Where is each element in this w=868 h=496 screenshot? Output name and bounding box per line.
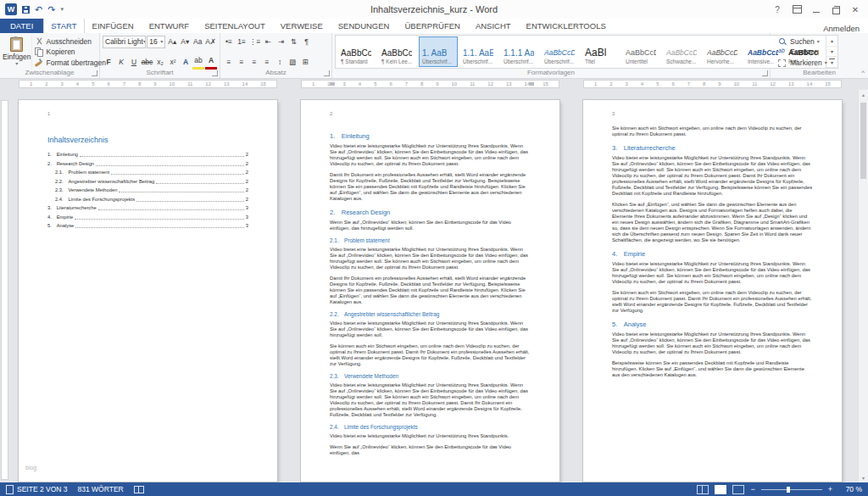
ribbon-tab[interactable]: ENTWURF xyxy=(142,18,198,33)
line-spacing-icon[interactable]: ↕ xyxy=(274,56,286,68)
multilevel-list-icon[interactable]: ⋮≡ xyxy=(248,36,261,47)
zoom-slider[interactable] xyxy=(761,489,822,490)
font-color-icon[interactable]: A xyxy=(205,55,217,70)
bullets-icon[interactable]: •≡ xyxy=(223,36,235,47)
style-card[interactable]: 1.1.1 Aa Überschrif... xyxy=(500,36,539,67)
chevron-down-icon: ▾ xyxy=(143,39,146,44)
decrease-indent-icon[interactable]: ⇤ xyxy=(262,36,274,47)
text-effects-icon[interactable]: A xyxy=(180,56,192,68)
ribbon-tab[interactable]: ANSICHT xyxy=(468,18,519,33)
clipboard-button[interactable]: Kopieren xyxy=(35,47,106,56)
justify-icon[interactable]: ≡ xyxy=(261,56,273,68)
align-center-icon[interactable]: ≡ xyxy=(236,56,248,68)
zoom-level[interactable]: 70 % xyxy=(838,485,862,493)
ribbon-tab[interactable]: ÜBERPRÜFEN xyxy=(397,18,467,33)
styles-group: AaBbCcDc ¶ Standard AaBbCcDc ¶ Kein Lee.… xyxy=(332,33,771,78)
bold-icon[interactable]: F xyxy=(103,56,114,68)
font-name-combo[interactable]: Calibri Light ▾ xyxy=(103,36,146,48)
indent-marker-right[interactable] xyxy=(529,82,534,86)
vertical-ruler[interactable] xyxy=(0,90,10,482)
editing-button[interactable]: Ersetzen xyxy=(778,47,827,56)
highlight-color-icon[interactable]: ab xyxy=(192,55,204,70)
help-button[interactable]: ? xyxy=(769,3,786,16)
italic-icon[interactable]: K xyxy=(115,56,127,68)
doc-toc: 3. Literaturrecherche3 xyxy=(47,205,248,211)
clipboard-button[interactable]: Ausschneiden xyxy=(35,37,106,46)
align-right-icon[interactable]: ≡ xyxy=(248,56,260,68)
superscript-icon[interactable]: x² xyxy=(167,56,179,68)
replace-icon xyxy=(778,47,787,56)
align-left-icon[interactable]: ≡ xyxy=(223,56,235,68)
ribbon-tab[interactable]: ENTWICKLERTOOLS xyxy=(519,18,614,33)
page-indicator[interactable]: SEITE 2 VON 3 xyxy=(6,485,68,494)
style-card[interactable]: 1.1. AaE Überschrif... xyxy=(459,36,498,67)
sign-in-link[interactable]: Anmelden xyxy=(823,24,868,33)
print-layout-button[interactable] xyxy=(715,485,726,494)
tab-datei[interactable]: DATEI xyxy=(0,19,43,33)
style-card[interactable]: AaBbCcD Untertitel xyxy=(622,36,661,67)
scroll-down-icon[interactable]: ▾ xyxy=(862,473,865,482)
paragraph-dialog-launcher-icon[interactable] xyxy=(324,70,330,76)
style-card[interactable]: AaBbCcDc ¶ Standard xyxy=(337,36,376,67)
style-card[interactable]: 1. AaB Überschrif... xyxy=(419,36,458,67)
underline-icon[interactable]: U xyxy=(128,56,140,68)
document-page[interactable]: 3Sie können auch ein Stichwort eingeben,… xyxy=(583,100,842,482)
restore-button[interactable] xyxy=(827,3,844,16)
increase-indent-icon[interactable]: ⇥ xyxy=(275,36,287,47)
style-card[interactable]: AaBl Titel xyxy=(581,36,620,67)
ribbon-tab[interactable]: EINFÜGEN xyxy=(85,18,142,33)
editing-button[interactable]: Suchen ▾ xyxy=(778,37,827,46)
vertical-scrollbar[interactable]: ▴ ▾ xyxy=(858,90,868,482)
editing-button[interactable]: Markieren ▾ xyxy=(778,59,827,67)
close-button[interactable]: ✕ xyxy=(847,3,864,16)
sort-icon[interactable]: ⇅ xyxy=(287,36,299,47)
clipboard-button[interactable]: Format übertragen xyxy=(35,59,106,67)
shrink-font-icon[interactable]: A▾ xyxy=(179,36,191,47)
collapse-ribbon-icon[interactable]: ^ xyxy=(861,69,865,76)
ribbon-tab[interactable]: SENDUNGEN xyxy=(331,18,398,33)
proofing-status[interactable] xyxy=(134,486,144,493)
clear-formatting-icon[interactable]: A✗ xyxy=(204,36,217,47)
borders-icon[interactable]: ⊞ xyxy=(299,56,311,68)
show-paragraph-marks-icon[interactable]: ¶ xyxy=(300,36,312,47)
scroll-up-icon[interactable]: ▴ xyxy=(862,90,865,99)
web-layout-button[interactable] xyxy=(732,485,744,494)
redo-icon[interactable]: ↷ xyxy=(47,5,55,14)
doc-toc: 4. Empirie3 xyxy=(47,215,248,220)
subscript-icon[interactable]: x₂ xyxy=(154,56,166,68)
style-card[interactable]: AaBbCcDt Hervorhe... xyxy=(704,36,743,67)
word-count[interactable]: 831 WÖRTER xyxy=(78,485,124,493)
grow-font-icon[interactable]: A▴ xyxy=(166,36,178,47)
document-page[interactable]: 21. EinleitungVideo bietet eine leistung… xyxy=(301,100,559,482)
zoom-in-button[interactable]: + xyxy=(828,486,832,493)
styles-dialog-launcher-icon[interactable] xyxy=(762,70,768,76)
strikethrough-icon[interactable]: abc xyxy=(141,56,153,68)
ribbon-display-options-button[interactable] xyxy=(788,3,805,16)
doc-p: Video bietet eine leistungsstarke Möglic… xyxy=(612,332,813,355)
change-case-icon[interactable]: Aa xyxy=(192,36,203,47)
undo-icon[interactable]: ↶ xyxy=(35,5,42,14)
ribbon-tab[interactable]: VERWEISE xyxy=(273,18,331,33)
clipboard-dialog-launcher-icon[interactable] xyxy=(92,70,97,76)
style-card[interactable]: AaBbCcDc ¶ Kein Lee... xyxy=(378,36,417,67)
font-size-combo[interactable]: 16 ▾ xyxy=(147,36,165,48)
minimize-button[interactable] xyxy=(808,3,825,16)
font-dialog-launcher-icon[interactable] xyxy=(212,70,218,76)
save-icon[interactable] xyxy=(22,2,30,17)
ribbon-tab[interactable]: START xyxy=(43,18,84,33)
indent-marker-left[interactable] xyxy=(330,82,335,86)
zoom-slider-thumb[interactable] xyxy=(787,487,790,493)
zoom-out-button[interactable]: − xyxy=(750,486,754,493)
horizontal-ruler[interactable]: 123456789101112131415 123456789101112131… xyxy=(0,79,868,90)
qat-customize-icon[interactable]: ▾ xyxy=(60,6,64,13)
style-card[interactable]: AaBbCcDc Überschrif... xyxy=(541,36,580,67)
paste-caret-icon: ▾ xyxy=(15,61,18,66)
document-page[interactable]: 1Inhaltsverzeichnis1. Einleitung22. Rese… xyxy=(19,100,277,482)
read-mode-button[interactable] xyxy=(697,485,709,494)
numbering-icon[interactable]: 1≡ xyxy=(236,36,248,47)
scrollbar-thumb[interactable] xyxy=(860,103,866,179)
shading-icon[interactable]: ▨ xyxy=(287,56,298,68)
paste-button[interactable]: Einfügen ▾ xyxy=(3,35,32,69)
ribbon-tab[interactable]: SEITENLAYOUT xyxy=(197,18,273,33)
style-card[interactable]: AaBbCcDt Schwache... xyxy=(663,36,702,67)
